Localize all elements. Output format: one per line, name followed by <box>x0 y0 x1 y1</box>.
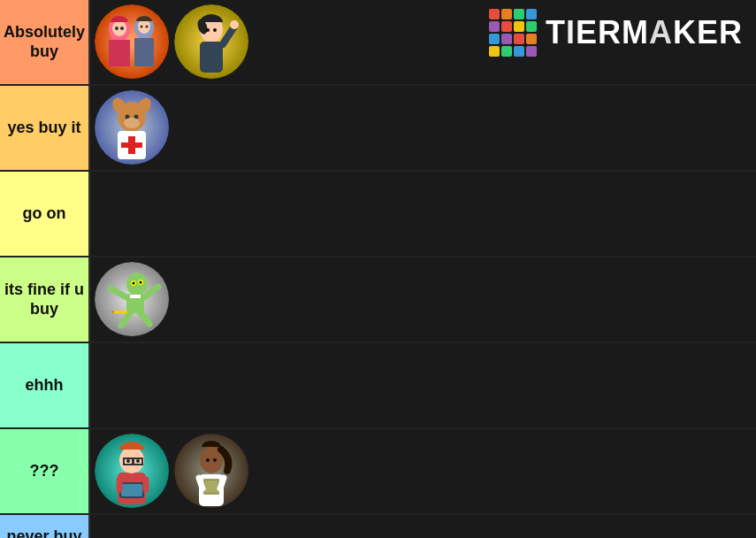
tier-label-qqq: ??? <box>0 429 88 513</box>
avatar-5[interactable] <box>95 434 170 509</box>
logo-cell <box>501 34 512 44</box>
tier-row-ehhh: ehhh <box>0 343 756 429</box>
logo-cell <box>514 21 524 32</box>
tier-label-never-buy: never buy <box>0 515 88 538</box>
tier-content-yes-buy-it[interactable] <box>88 86 756 170</box>
tier-row-never-buy: never buy <box>0 515 756 538</box>
tier-row-qqq: ??? <box>0 429 756 515</box>
logo-cell <box>489 34 500 44</box>
tier-content-its-fine[interactable] <box>88 257 756 342</box>
tier-row-its-fine: its fine if u buy <box>0 257 756 343</box>
logo-cell <box>489 9 500 19</box>
avatar-2[interactable] <box>174 4 249 80</box>
logo-grid <box>489 9 537 57</box>
tier-label-go-on: go on <box>0 172 88 256</box>
logo-cell <box>501 21 512 32</box>
tier-content-go-on[interactable] <box>88 172 756 256</box>
tier-row-absolutely-buy: Absolutely buy TiERMAKER <box>0 0 756 86</box>
tier-label-yes-buy-it: yes buy it <box>0 86 88 170</box>
tier-table: Absolutely buy TiERMAKER yes buy it go o… <box>0 0 756 538</box>
tier-label-ehhh: ehhh <box>0 343 88 427</box>
tier-row-go-on: go on <box>0 172 756 257</box>
avatar-3[interactable] <box>95 90 170 165</box>
tier-row-yes-buy-it: yes buy it <box>0 86 756 172</box>
logo-text: TiERMAKER <box>546 14 743 51</box>
avatar-1[interactable] <box>95 4 170 80</box>
logo-cell <box>514 9 524 19</box>
logo-cell <box>514 46 524 57</box>
tier-content-never-buy[interactable] <box>88 515 756 538</box>
tier-label-absolutely-buy: Absolutely buy <box>0 0 88 84</box>
logo-cell <box>526 21 537 32</box>
logo-cell <box>526 9 537 19</box>
tier-content-qqq[interactable] <box>88 429 756 513</box>
logo-cell <box>526 46 537 57</box>
logo-cell <box>514 34 524 44</box>
logo-cell <box>501 46 512 57</box>
avatar-6[interactable] <box>174 434 249 509</box>
logo-cell <box>501 9 512 19</box>
avatar-4[interactable] <box>95 262 170 337</box>
tier-label-its-fine: its fine if u buy <box>0 257 88 342</box>
tier-content-ehhh[interactable] <box>88 343 756 427</box>
tiermaker-logo: TiERMAKER <box>489 9 743 57</box>
tier-maker-app: Absolutely buy TiERMAKER yes buy it go o… <box>0 0 756 538</box>
logo-cell <box>489 21 500 32</box>
logo-cell <box>489 46 500 57</box>
logo-cell <box>526 34 537 44</box>
